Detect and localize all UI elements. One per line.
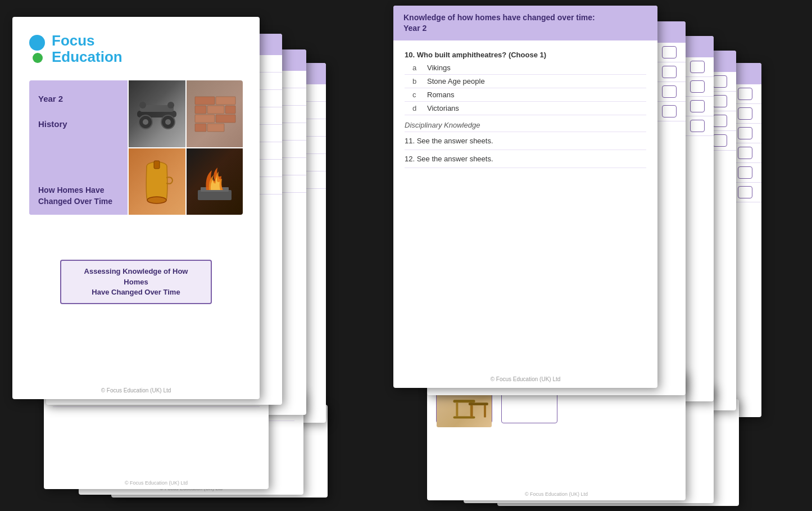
cover-label-column: Year 2 History How Homes Have Changed Ov… — [29, 80, 128, 215]
option-10b: b Stone Age people — [405, 75, 646, 88]
answer-box — [738, 186, 752, 198]
option-10c: c Romans — [405, 88, 646, 102]
svg-rect-27 — [471, 405, 473, 417]
logo-education: Education — [52, 49, 123, 65]
svg-rect-23 — [456, 403, 458, 416]
logo-focus: Focus — [52, 33, 123, 49]
cover-image-brick — [187, 80, 243, 147]
cover-image-churn — [129, 148, 185, 215]
question-11: 11. See the answer sheets. — [405, 132, 646, 150]
cover-footer: © Focus Education (UK) Ltd — [12, 387, 260, 394]
svg-rect-26 — [469, 403, 488, 405]
svg-rect-8 — [195, 97, 215, 105]
fire-svg — [192, 159, 237, 204]
cover-content-box: Year 2 History How Homes Have Changed Ov… — [29, 80, 243, 215]
svg-rect-12 — [225, 106, 235, 114]
svg-rect-9 — [216, 97, 235, 105]
cover-body: Year 2 History How Homes Have Changed Ov… — [12, 75, 260, 310]
svg-rect-10 — [195, 106, 206, 114]
brick-svg — [192, 91, 237, 136]
svg-point-6 — [139, 102, 146, 108]
assessing-button-container: Assessing Knowledge of How Homes Have Ch… — [29, 243, 243, 304]
right-front-header: Knowledge of how homes have changed over… — [393, 6, 657, 40]
churn-svg — [137, 158, 176, 206]
question-12: 12. See the answer sheets. — [405, 150, 646, 168]
answer-box — [713, 95, 727, 107]
question-10: 10. Who built amphitheatres? (Choose 1) — [405, 46, 646, 61]
logo-circle-bottom — [33, 53, 43, 63]
answer-box — [662, 105, 677, 117]
answer-box — [738, 147, 752, 159]
svg-point-3 — [143, 119, 148, 125]
scene: time: s in 1900? an person's 00 years It… — [0, 0, 812, 511]
svg-point-4 — [165, 119, 171, 125]
logo-circle-top — [29, 35, 45, 51]
disciplinary-knowledge-heading: Disciplinary Knowledge — [405, 115, 646, 132]
answer-box — [690, 61, 705, 73]
answer-box — [713, 134, 727, 147]
answer-box — [662, 46, 677, 58]
answer-box — [690, 120, 705, 132]
cover-images-grid — [129, 80, 243, 215]
cover-year-subject: Year 2 History — [29, 80, 128, 176]
svg-rect-14 — [216, 115, 235, 123]
option-10d: d Victorians — [405, 102, 646, 115]
right-front-footer: © Focus Education (UK) Ltd — [393, 376, 657, 382]
svg-rect-16 — [207, 124, 224, 132]
logo-text: Focus Education — [52, 33, 123, 65]
assessing-knowledge-button[interactable]: Assessing Knowledge of How Homes Have Ch… — [60, 260, 212, 304]
svg-rect-19 — [154, 161, 160, 169]
answer-box — [662, 66, 677, 78]
svg-rect-11 — [207, 106, 224, 114]
answer-box — [738, 107, 752, 120]
answer-box — [738, 127, 752, 139]
answer-box — [738, 166, 752, 179]
right-front-body: 10. Who built amphitheatres? (Choose 1) … — [393, 40, 657, 174]
cover-image-mangle — [129, 80, 185, 147]
cover-image-fire — [187, 148, 243, 215]
cover-topic-label: How Homes Have Changed Over Time — [29, 177, 125, 215]
cover-page: Focus Education Year 2 History How Homes… — [12, 17, 260, 399]
svg-rect-15 — [195, 124, 206, 132]
option-10a: a Vikings — [405, 61, 646, 75]
mangle-svg — [134, 91, 179, 136]
answer-box — [690, 80, 705, 93]
answer-box — [738, 88, 752, 100]
answer-box — [662, 85, 677, 98]
svg-rect-22 — [453, 400, 475, 403]
right-front-page: Knowledge of how homes have changed over… — [393, 6, 657, 388]
extra-footer-1: © Focus Education (UK) Ltd — [44, 480, 269, 486]
svg-rect-13 — [195, 115, 215, 123]
svg-rect-28 — [484, 405, 486, 417]
extra-right-footer-1: © Focus Education (UK) Ltd — [427, 491, 686, 497]
svg-point-18 — [147, 197, 166, 204]
logo-icon — [29, 35, 45, 63]
svg-point-7 — [167, 102, 174, 108]
answer-box — [713, 115, 727, 127]
answer-box — [690, 100, 705, 112]
logo-area: Focus Education — [12, 17, 260, 75]
answer-box — [713, 75, 727, 88]
